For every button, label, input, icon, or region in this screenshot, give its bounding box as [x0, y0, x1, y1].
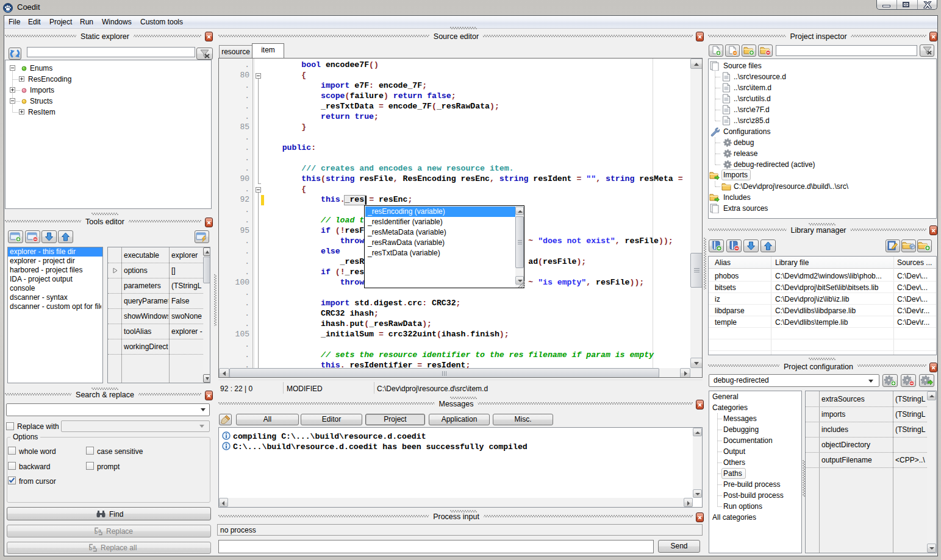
svg-text:b: b	[95, 529, 98, 535]
svg-text:b: b	[89, 545, 92, 551]
svg-text:a: a	[93, 544, 96, 550]
svg-text:a: a	[98, 528, 101, 534]
